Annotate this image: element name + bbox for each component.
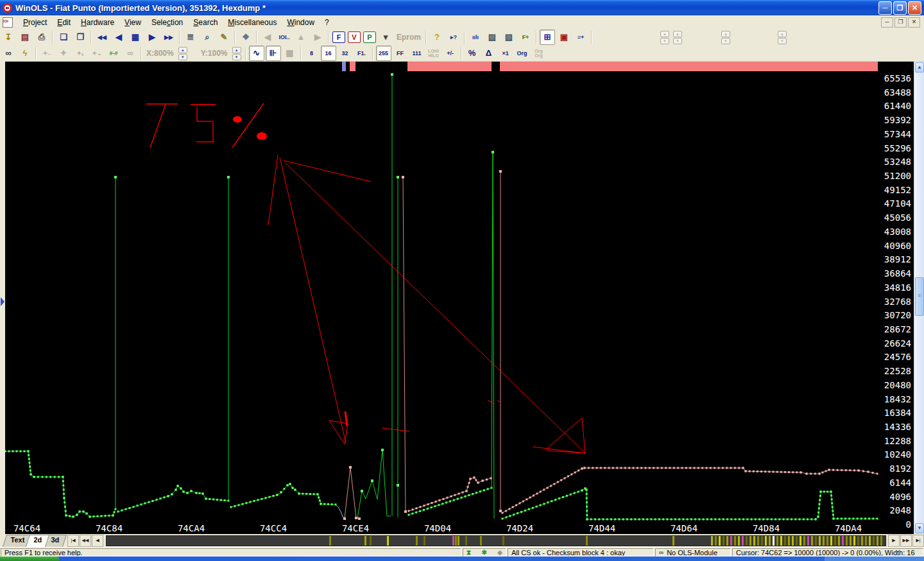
window-pair-icon[interactable]: ❐	[73, 30, 88, 45]
svg-text:74D04: 74D04	[424, 523, 451, 533]
minimap-stripe	[329, 536, 331, 546]
status-icons-panel: ⧗ ✱ ◈	[463, 548, 506, 557]
hex-ff-button[interactable]: FF	[393, 46, 408, 61]
annotation-75-percent	[146, 103, 267, 148]
row-insert-icon[interactable]: ⊞	[540, 30, 555, 45]
mdi-restore-button[interactable]: ❐	[894, 17, 907, 28]
menu-miscellaneous[interactable]: Miscellaneous	[223, 17, 282, 28]
series-green-spike-5	[492, 151, 494, 519]
scroll-up-button[interactable]: ▲	[915, 62, 924, 73]
scroll-down-button[interactable]: ▼	[915, 523, 924, 533]
scales-icon[interactable]: IOI..	[277, 30, 292, 45]
delta-button[interactable]: Δ	[481, 46, 497, 61]
minimap-stripe	[672, 536, 674, 546]
hscroll-fast-forward-button[interactable]: ▶▶	[900, 535, 912, 547]
x-zoom-spinner[interactable]: ▲▼	[178, 47, 187, 60]
hscroll-forward-button[interactable]: ▶	[888, 535, 900, 547]
view-options-icon[interactable]: ∞	[1, 46, 16, 61]
sign-button[interactable]: +/-	[443, 46, 458, 61]
menu-project[interactable]: Project	[18, 17, 52, 28]
tab-2d[interactable]: 2d	[26, 535, 49, 547]
overview-minimap[interactable]	[106, 535, 886, 546]
svg-text:26624: 26624	[884, 338, 911, 349]
title-bar: WinOLS - Fiat Punto (Importierted Versio…	[0, 0, 924, 15]
f-plus-icon[interactable]: F+	[518, 30, 533, 45]
org-button[interactable]: Org	[515, 46, 530, 61]
mdi-close-button[interactable]: ✕	[908, 17, 920, 28]
last-version-icon[interactable]: ▶▶	[161, 30, 176, 45]
vscroll-thumb[interactable]	[915, 277, 924, 316]
minimap-stripe	[715, 536, 717, 546]
curve-view-button[interactable]: ∿	[249, 46, 264, 61]
minimap-stripe	[753, 536, 755, 546]
wand-minus-icon: ✦₋	[39, 46, 55, 61]
project-properties-icon[interactable]: ≣	[183, 30, 198, 45]
search-icon[interactable]: ⌕	[200, 30, 215, 45]
menu-selection[interactable]: Selection	[146, 17, 188, 28]
menu-[interactable]: ?	[320, 17, 334, 28]
series-cyan-segment	[336, 505, 343, 518]
mdi-minimize-button[interactable]: ─	[881, 17, 893, 28]
map-dropdown-icon[interactable]: ▾	[378, 30, 393, 45]
hexdump-2d-graph[interactable]: 6553663488614405939257344552965324851200…	[5, 62, 914, 534]
new-window-icon[interactable]: ❏	[56, 30, 71, 45]
hscroll-last-button[interactable]: ▶|	[912, 535, 924, 547]
database-icon[interactable]: ▤	[17, 30, 33, 45]
dec-255-button[interactable]: 255	[376, 46, 391, 61]
menu-view[interactable]: View	[119, 17, 146, 28]
restore-button[interactable]: ❐	[893, 1, 907, 15]
svg-text:43008: 43008	[884, 227, 911, 237]
first-version-icon[interactable]: ◀◀	[94, 30, 110, 45]
x1-button[interactable]: ×1	[498, 46, 513, 61]
help-icon[interactable]: ?	[429, 30, 445, 45]
percent-button[interactable]: %	[465, 46, 480, 61]
series-green-spike-4	[397, 176, 399, 517]
wand-hash-icon[interactable]: #-#	[106, 46, 121, 61]
f-map-button[interactable]: F	[332, 31, 345, 43]
next-version-icon[interactable]: ▶	[144, 30, 160, 45]
status-help-panel: Press F1 to receive help.	[1, 548, 461, 557]
vertical-scrollbar[interactable]: ▲ ▼	[914, 62, 924, 534]
width-32-button[interactable]: 32	[338, 46, 353, 61]
menu-edit[interactable]: Edit	[52, 17, 76, 28]
series-green-seg-2	[117, 485, 230, 513]
mdi-child-icon[interactable]	[3, 17, 13, 28]
menu-window[interactable]: Window	[282, 17, 320, 28]
row-append-icon[interactable]: ≡+	[573, 30, 588, 45]
svg-text:40960: 40960	[884, 241, 911, 251]
context-help-icon[interactable]: ▸?	[446, 30, 461, 45]
script-icon[interactable]: ✎	[216, 30, 232, 45]
map-wand-icon[interactable]: ▨	[484, 30, 500, 45]
flash-icon[interactable]: ϟ	[17, 46, 33, 61]
windows-taskbar[interactable]	[0, 557, 924, 561]
tab-scroll-fast-back-button[interactable]: ◀◀	[80, 535, 91, 547]
bar-view-button[interactable]: ⊪	[266, 46, 281, 61]
close-button[interactable]: ✕	[908, 1, 921, 15]
version-overview-icon[interactable]: ▦	[128, 30, 143, 45]
chart-wand-icon[interactable]: ıılı	[468, 30, 483, 45]
svg-text:4096: 4096	[889, 492, 911, 502]
eprom-label: Eprom	[397, 33, 421, 42]
width-8-button[interactable]: 8	[304, 46, 320, 61]
menu-search[interactable]: Search	[188, 17, 223, 28]
y-zoom-spinner[interactable]: ▲▼	[232, 47, 241, 60]
tab-scroll-back-button[interactable]: ◀	[92, 535, 103, 547]
export-icon[interactable]: ↧	[1, 30, 16, 45]
menu-hardware[interactable]: Hardware	[76, 17, 119, 28]
map-wand-3d-icon[interactable]: ▧	[501, 30, 517, 45]
svg-text:55296: 55296	[884, 143, 911, 153]
float-button[interactable]: F1.	[354, 46, 370, 61]
connect-icon[interactable]: ❖	[238, 30, 253, 45]
p-map-button[interactable]: P	[363, 31, 376, 43]
v-map-button[interactable]: V	[348, 31, 361, 43]
bin-111-button[interactable]: 111	[409, 46, 425, 61]
checksum-status-panel: All CS ok - Checksum block 4 : okay	[508, 548, 654, 557]
svg-text:45056: 45056	[884, 212, 911, 223]
window-red-icon[interactable]: ▣	[556, 30, 572, 45]
previous-version-icon[interactable]: ◀	[111, 30, 126, 45]
minimize-button[interactable]: ─	[878, 1, 892, 15]
width-16-button[interactable]: 16	[321, 46, 336, 61]
start-button-edge[interactable]	[0, 557, 59, 561]
tab-scroll-first-button[interactable]: |◀	[67, 535, 79, 547]
print-icon[interactable]: ⎙	[34, 30, 49, 45]
